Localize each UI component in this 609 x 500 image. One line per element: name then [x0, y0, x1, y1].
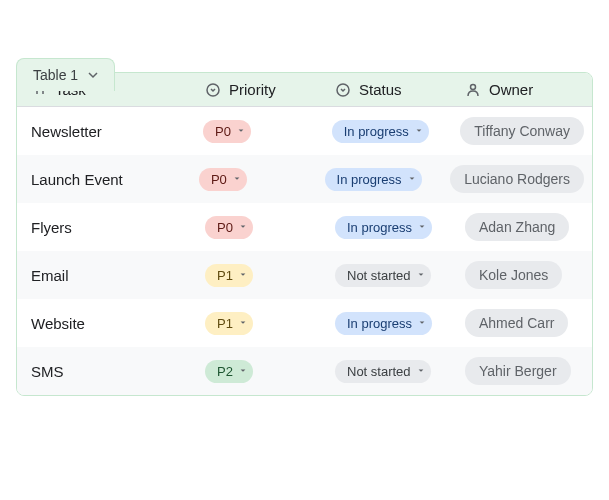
chevron-down-icon	[408, 175, 416, 183]
owner-cell: Kole Jones	[457, 261, 592, 289]
owner-name: Adan Zhang	[479, 219, 555, 235]
owner-chip[interactable]: Adan Zhang	[465, 213, 569, 241]
owner-chip[interactable]: Tiffany Conway	[460, 117, 584, 145]
owner-chip[interactable]: Ahmed Carr	[465, 309, 568, 337]
status-chip[interactable]: Not started	[335, 264, 431, 287]
task-cell[interactable]: Email	[17, 267, 197, 284]
priority-chip[interactable]: P1	[205, 312, 253, 335]
dropdown-circle-icon	[205, 82, 221, 98]
table-row: EmailP1Not startedKole Jones	[17, 251, 592, 299]
priority-chip[interactable]: P0	[203, 120, 251, 143]
owner-cell: Luciano Rodgers	[442, 165, 592, 193]
chevron-down-icon	[239, 319, 247, 327]
owner-name: Yahir Berger	[479, 363, 557, 379]
chevron-down-icon	[418, 223, 426, 231]
priority-cell: P0	[197, 216, 327, 239]
priority-chip[interactable]: P0	[205, 216, 253, 239]
status-chip[interactable]: In progress	[332, 120, 429, 143]
task-cell[interactable]: Launch Event	[17, 171, 191, 188]
status-cell: In progress	[324, 120, 453, 143]
table-row: SMSP2Not startedYahir Berger	[17, 347, 592, 395]
table-tab[interactable]: Table 1	[16, 58, 115, 91]
table-row: Launch EventP0In progressLuciano Rodgers	[17, 155, 592, 203]
status-value: In progress	[347, 220, 412, 235]
priority-cell: P0	[191, 168, 317, 191]
column-header-label: Owner	[489, 81, 533, 98]
priority-value: P0	[217, 220, 233, 235]
owner-cell: Yahir Berger	[457, 357, 592, 385]
priority-chip[interactable]: P2	[205, 360, 253, 383]
chevron-down-icon	[239, 271, 247, 279]
owner-name: Ahmed Carr	[479, 315, 554, 331]
owner-chip[interactable]: Kole Jones	[465, 261, 562, 289]
owner-name: Kole Jones	[479, 267, 548, 283]
priority-cell: P1	[197, 312, 327, 335]
status-chip[interactable]: Not started	[335, 360, 431, 383]
status-cell: Not started	[327, 264, 457, 287]
priority-value: P0	[211, 172, 227, 187]
status-cell: In progress	[327, 216, 457, 239]
person-icon	[465, 82, 481, 98]
status-value: In progress	[337, 172, 402, 187]
task-name: Launch Event	[31, 171, 123, 188]
priority-cell: P0	[195, 120, 324, 143]
task-cell[interactable]: Flyers	[17, 219, 197, 236]
status-cell: In progress	[317, 168, 443, 191]
chevron-down-icon	[239, 367, 247, 375]
task-cell[interactable]: Website	[17, 315, 197, 332]
column-header-label: Priority	[229, 81, 276, 98]
chevron-down-icon	[88, 70, 98, 80]
status-cell: Not started	[327, 360, 457, 383]
table-tab-label: Table 1	[33, 67, 78, 83]
column-header-priority[interactable]: Priority	[197, 81, 327, 98]
chevron-down-icon	[237, 127, 245, 135]
dropdown-circle-icon	[335, 82, 351, 98]
priority-value: P1	[217, 316, 233, 331]
table-container: Task Priority Status Owner NewsletterP0I…	[16, 72, 593, 396]
owner-chip[interactable]: Luciano Rodgers	[450, 165, 584, 193]
task-cell[interactable]: Newsletter	[17, 123, 195, 140]
priority-value: P2	[217, 364, 233, 379]
task-name: Flyers	[31, 219, 72, 236]
column-header-owner[interactable]: Owner	[457, 81, 592, 98]
table-body: NewsletterP0In progressTiffany ConwayLau…	[17, 107, 592, 395]
priority-value: P1	[217, 268, 233, 283]
chevron-down-icon	[418, 319, 426, 327]
chevron-down-icon	[239, 223, 247, 231]
priority-value: P0	[215, 124, 231, 139]
task-name: Email	[31, 267, 69, 284]
owner-name: Luciano Rodgers	[464, 171, 570, 187]
column-header-label: Status	[359, 81, 402, 98]
status-chip[interactable]: In progress	[335, 216, 432, 239]
task-name: SMS	[31, 363, 64, 380]
status-value: Not started	[347, 268, 411, 283]
chevron-down-icon	[417, 271, 425, 279]
table-row: NewsletterP0In progressTiffany Conway	[17, 107, 592, 155]
task-name: Website	[31, 315, 85, 332]
task-cell[interactable]: SMS	[17, 363, 197, 380]
chevron-down-icon	[233, 175, 241, 183]
owner-name: Tiffany Conway	[474, 123, 570, 139]
chevron-down-icon	[417, 367, 425, 375]
priority-chip[interactable]: P1	[205, 264, 253, 287]
status-value: Not started	[347, 364, 411, 379]
status-cell: In progress	[327, 312, 457, 335]
chevron-down-icon	[415, 127, 423, 135]
status-chip[interactable]: In progress	[325, 168, 422, 191]
status-value: In progress	[344, 124, 409, 139]
priority-chip[interactable]: P0	[199, 168, 247, 191]
owner-cell: Ahmed Carr	[457, 309, 592, 337]
svg-point-2	[471, 84, 476, 89]
task-name: Newsletter	[31, 123, 102, 140]
owner-cell: Adan Zhang	[457, 213, 592, 241]
table-row: WebsiteP1In progressAhmed Carr	[17, 299, 592, 347]
column-header-status[interactable]: Status	[327, 81, 457, 98]
owner-cell: Tiffany Conway	[452, 117, 592, 145]
priority-cell: P2	[197, 360, 327, 383]
table-row: FlyersP0In progressAdan Zhang	[17, 203, 592, 251]
status-value: In progress	[347, 316, 412, 331]
priority-cell: P1	[197, 264, 327, 287]
owner-chip[interactable]: Yahir Berger	[465, 357, 571, 385]
status-chip[interactable]: In progress	[335, 312, 432, 335]
